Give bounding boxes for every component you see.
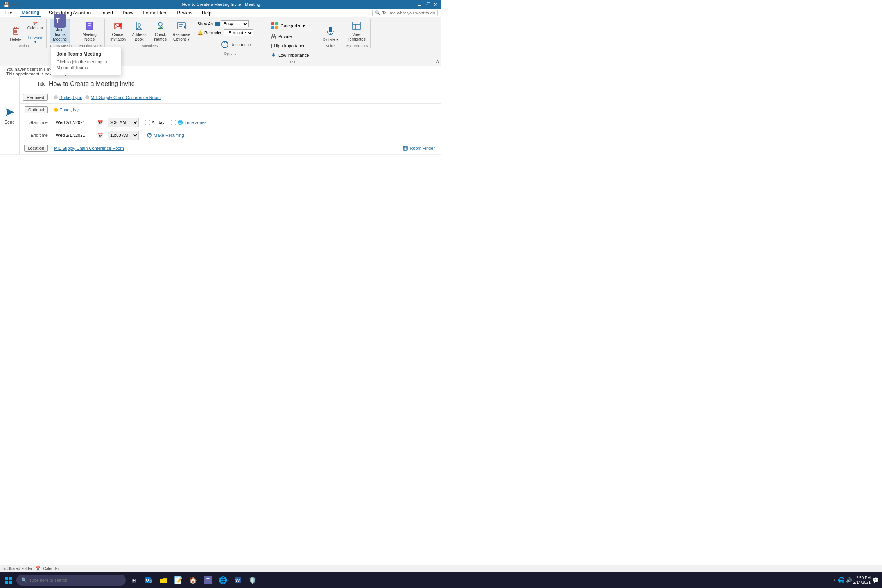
tooltip-title: Join Teams Meeting [57, 51, 115, 57]
ribbon-collapse-button[interactable]: ∧ [436, 58, 439, 64]
window-title: How to Create a Meeting Invite - Meeting [25, 2, 417, 7]
actions-group-label: Actions [5, 44, 44, 48]
ebner-attendee[interactable]: Ebner, Ivy [59, 108, 79, 112]
meeting-notes-button[interactable]: MeetingNotes [79, 19, 100, 43]
reminder-select[interactable]: 15 minutes None 5 minutes 30 minutes [224, 29, 253, 36]
response-options-button[interactable]: ResponseOptions ▾ [171, 19, 192, 43]
menu-insert[interactable]: Insert [100, 9, 115, 16]
options-group-label: Options [197, 52, 263, 56]
title-label: Title [20, 81, 49, 87]
room-attendee[interactable]: MIL Supply Chain Conference Room [91, 95, 161, 100]
recurrence-label: Recurrence [231, 43, 251, 47]
time-zones-label[interactable]: 🌐 Time zones [171, 120, 206, 125]
quick-access-toolbar[interactable]: 💾 ↩ ↪ ▾ [3, 2, 25, 7]
location-value[interactable]: MIL Supply Chain Conference Room [54, 146, 124, 151]
start-date-input[interactable]: Wed 2/17/2021 [54, 118, 97, 127]
delete-label: Delete [10, 38, 22, 42]
burke-attendee[interactable]: Burke, Lynn [59, 95, 82, 100]
end-time-field: Wed 2/17/2021 📅 10:00 AM Make Recurring [51, 129, 441, 142]
check-names-button[interactable]: CheckNames [150, 19, 170, 43]
tell-me-input[interactable]: 🔍 Tell me what you want to do [372, 10, 438, 16]
optional-field[interactable]: Ebner, Ivy [51, 104, 441, 116]
menu-file[interactable]: File [3, 9, 14, 16]
reminder-row: 🔔 Reminder: 15 minutes None 5 minutes 30… [197, 29, 253, 36]
menu-help[interactable]: Help [200, 9, 213, 16]
title-input[interactable] [49, 79, 438, 89]
send-button[interactable]: Send [0, 77, 20, 154]
required-button[interactable]: Required [23, 94, 48, 101]
high-importance-icon: ! [271, 43, 272, 49]
high-importance-button[interactable]: ! High Importance [269, 41, 311, 50]
ribbon-group-tags: Categorize ▾ Private ! High Importance [266, 19, 317, 65]
bell-icon: 🔔 [197, 30, 203, 36]
show-as-row: Show As: Busy Free Tentative [197, 20, 253, 27]
room-finder-button[interactable]: Room Finder [403, 145, 438, 151]
dictate-button[interactable]: Dictate ▾ [320, 19, 341, 43]
location-label-cell: Location [20, 142, 51, 154]
meeting-notes-label: MeetingNotes [82, 32, 97, 42]
svg-rect-27 [275, 22, 278, 25]
main-content: Send Title Required Burke, Lynn MIL Supp [0, 77, 441, 272]
private-icon [271, 33, 277, 39]
time-zones-checkbox[interactable] [171, 120, 176, 125]
forward-button[interactable]: → Forward ▾ [27, 32, 44, 43]
location-button[interactable]: Location [24, 145, 48, 152]
make-recurring-link[interactable]: Make Recurring [147, 133, 184, 138]
optional-button[interactable]: Optional [25, 106, 48, 113]
recurrence-button[interactable]: Recurrence [197, 38, 253, 51]
join-teams-button[interactable]: T Join TeamsMeeting [50, 19, 70, 43]
close-button[interactable]: ✕ [434, 2, 438, 7]
room-dot [85, 95, 89, 99]
delete-button[interactable]: Delete [5, 19, 26, 43]
recurrence-icon [220, 40, 229, 49]
all-day-checkbox[interactable] [145, 120, 150, 125]
body-area[interactable] [0, 154, 441, 272]
undo-icon[interactable]: ↩ [11, 2, 15, 7]
calendar-button[interactable]: 📅 Calendar [27, 20, 44, 31]
minimize-button[interactable]: 🗕 [417, 2, 422, 7]
show-as-select[interactable]: Busy Free Tentative [221, 20, 249, 27]
actions-buttons: Delete 📅 Calendar → Forward ▾ [5, 19, 44, 43]
start-date-calendar-icon[interactable]: 📅 [97, 118, 104, 127]
low-importance-button[interactable]: Low Importance [269, 51, 311, 59]
low-importance-icon [271, 52, 277, 58]
start-time-select[interactable]: 9:30 AM [108, 118, 139, 127]
private-label: Private [278, 34, 292, 39]
save-icon[interactable]: 💾 [3, 2, 9, 7]
svg-point-21 [158, 22, 162, 26]
end-date-input[interactable]: Wed 2/17/2021 [54, 131, 97, 140]
location-field: MIL Supply Chain Conference Room Room Fi… [51, 142, 441, 154]
all-day-label[interactable]: All day [145, 120, 165, 125]
voice-group-label: Voice [320, 44, 341, 48]
categorize-button[interactable]: Categorize ▾ [269, 20, 311, 31]
svg-text:T: T [56, 18, 60, 24]
maximize-button[interactable]: 🗗 [425, 2, 430, 7]
ribbon-group-templates: ViewTemplates My Templates [344, 19, 371, 48]
delete-icon [10, 25, 21, 36]
info-icon: ℹ [3, 67, 5, 72]
window-controls[interactable]: 🗕 🗗 ✕ [417, 2, 438, 7]
end-time-select[interactable]: 10:00 AM [108, 131, 139, 140]
menu-meeting[interactable]: Meeting [20, 9, 41, 17]
redo-icon[interactable]: ↪ [17, 2, 21, 7]
start-date-control[interactable]: Wed 2/17/2021 📅 [54, 118, 104, 127]
form-fields: Title Required Burke, Lynn MIL Supply Ch… [20, 77, 441, 154]
end-time-label-cell: End time [20, 129, 51, 142]
end-date-calendar-icon[interactable]: 📅 [97, 131, 104, 140]
templates-group-label: My Templates [346, 44, 368, 48]
menu-format-text[interactable]: Format Text [141, 9, 169, 16]
search-icon: 🔍 [375, 10, 380, 15]
menu-draw[interactable]: Draw [121, 9, 135, 16]
cancel-invitation-button[interactable]: CancelInvitation [108, 19, 128, 43]
start-time-label: Start time [29, 120, 48, 125]
ribbon-group-voice: Dictate ▾ Voice [318, 19, 343, 48]
view-templates-button[interactable]: ViewTemplates [346, 19, 367, 43]
svg-rect-26 [271, 22, 274, 25]
end-date-control[interactable]: Wed 2/17/2021 📅 [54, 131, 104, 140]
menu-review[interactable]: Review [176, 9, 194, 16]
join-teams-tooltip: Join Teams Meeting Click to join the mee… [51, 47, 121, 75]
required-field[interactable]: Burke, Lynn MIL Supply Chain Conference … [51, 91, 441, 103]
time-zones-link[interactable]: Time zones [185, 120, 206, 125]
private-button[interactable]: Private [269, 32, 311, 41]
address-book-button[interactable]: AddressBook [129, 19, 149, 43]
